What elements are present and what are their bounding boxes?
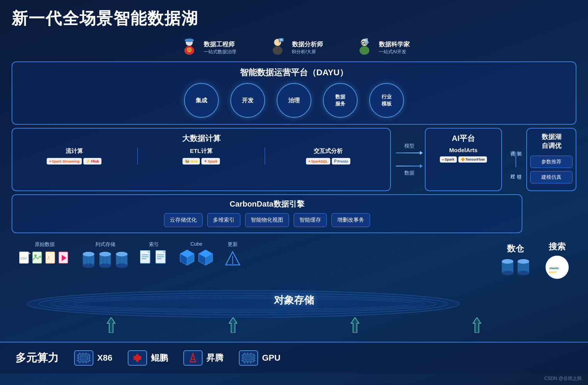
page-container: 新一代全场景智能数据湖 数据工程师 一站式数据治理 — [0, 0, 588, 385]
flink-logo: ⚡ Flink — [83, 158, 101, 165]
svg-marker-93 — [229, 317, 237, 333]
circle-industry-template: 行业模板 — [369, 83, 404, 118]
feat-materialized-view: 智能物化视图 — [245, 213, 289, 227]
carbondata-box: CarbonData数据引擎 云存储优化 多维索引 智能物化视图 智能缓存 增删… — [12, 194, 522, 233]
video-icon — [59, 250, 70, 264]
compute-shengteng: 昇腾 — [183, 350, 223, 366]
compute-interactive: 交互式分析 ● SparkSQL P Presto — [273, 148, 384, 165]
datacang-cylinder-1 — [501, 258, 514, 277]
svg-point-80 — [518, 259, 529, 264]
modelarts-name: ModelArts — [430, 147, 497, 153]
dayu-circles: 集成 开发 治理 数据服务 行业模板 — [20, 83, 568, 118]
ai-logos: ● Spark 🔶 TensorFlow — [430, 156, 497, 163]
arrow-2 — [225, 317, 241, 333]
svg-rect-118 — [245, 356, 252, 360]
column-storage-group: 列式存储 — [82, 241, 128, 270]
compute-kunpeng: 鲲鹏 — [128, 350, 168, 366]
cube-icons — [179, 249, 213, 266]
svg-rect-10 — [279, 38, 284, 42]
feat-cloud-storage: 云存储优化 — [164, 213, 203, 227]
middle-row: 大数据计算 流计算 ● Spark Streaming ⚡ Flink — [12, 128, 576, 191]
svg-point-34 — [83, 252, 95, 256]
datacang-label: 数仓 — [507, 243, 524, 254]
ai-title: AI平台 — [430, 133, 497, 144]
analyst-icon — [267, 37, 288, 58]
search-label: 搜索 — [549, 241, 566, 253]
compute-main-label: 多元算力 — [15, 351, 59, 365]
cylinder-1 — [82, 250, 95, 270]
model-simulate: 建模仿真 — [530, 171, 573, 183]
cube-group: Cube — [179, 241, 213, 266]
compute-stream: 流计算 ● Spark Streaming ⚡ Flink — [19, 148, 130, 165]
cube-icon-1 — [179, 249, 195, 266]
ai-spark-logo: ● Spark — [440, 156, 457, 163]
object-store-container: 对象存储 — [12, 283, 576, 317]
data-arrow: 数据 — [396, 164, 423, 176]
index-file-1 — [140, 250, 152, 266]
hive-logo: 🐝 Hive — [182, 158, 200, 165]
index-group: 索引 — [140, 241, 168, 266]
datacang-cylinder-2 — [517, 258, 530, 277]
column-storage-label: 列式存储 — [95, 241, 115, 248]
arrow-1 — [103, 317, 119, 333]
dayu-title: 智能数据运营平台（DAYU） — [20, 67, 568, 78]
svg-point-89 — [27, 290, 459, 317]
bigdata-title: 大数据计算 — [19, 133, 384, 144]
sparksql-logo: ● SparkSQL — [306, 158, 330, 165]
svg-text:♪: ♪ — [47, 254, 50, 261]
bigdata-box: 大数据计算 流计算 ● Spark Streaming ⚡ Flink — [12, 128, 391, 191]
img-icon — [32, 250, 44, 264]
svg-text:search: search — [549, 271, 557, 273]
shengteng-icon — [183, 350, 203, 366]
carbon-features: 云存储优化 多维索引 智能物化视图 智能缓存 增删改事务 — [20, 213, 514, 227]
self-opt-box: 数据湖自调优 参数推荐 建模仿真 — [526, 128, 576, 191]
persona-scientist: 数据科学家 一站式AI开发 — [354, 37, 410, 58]
arrow-3 — [347, 317, 363, 333]
model-arrow: 模型 — [396, 142, 423, 155]
storage-compute-arrows — [12, 316, 576, 334]
ai-box: AI平台 ModelArts ● Spark 🔶 TensorFlow — [425, 128, 502, 191]
circle-data-service: 数据服务 — [323, 83, 358, 118]
engineer-icon — [179, 37, 200, 58]
kunpeng-icon — [128, 350, 147, 366]
circle-governance: 治理 — [277, 83, 311, 118]
svg-point-75 — [502, 271, 514, 275]
raw-data-group: 原始数据 CSV — [19, 241, 70, 264]
svg-rect-99 — [80, 356, 88, 360]
persona-engineer: 数据工程师 一站式数据治理 — [179, 37, 236, 58]
update-group: 更新 — [225, 241, 240, 267]
storage-top: 原始数据 CSV — [12, 237, 576, 279]
page-title: 新一代全场景智能数据湖 — [0, 0, 588, 33]
svg-point-48 — [116, 252, 128, 256]
svg-rect-16 — [362, 46, 367, 48]
compute-cols: 流计算 ● Spark Streaming ⚡ Flink — [19, 148, 384, 165]
svg-point-76 — [502, 259, 514, 264]
svg-marker-91 — [107, 317, 115, 333]
circle-develop: 开发 — [230, 83, 265, 118]
svg-marker-95 — [351, 317, 359, 333]
elasticsearch-logo: elastic search — [546, 256, 569, 279]
svg-marker-97 — [473, 317, 481, 333]
persona-analyst-text: 数据分析师 BI分析/大屏 — [292, 41, 323, 55]
interactive-logos: ● SparkSQL P Presto — [273, 158, 384, 165]
watermark: CSDN @谷雨之阵 — [544, 375, 582, 382]
svg-text:elastic: elastic — [549, 266, 559, 270]
svg-rect-6 — [186, 40, 193, 42]
self-opt-title: 数据湖自调优 — [530, 132, 573, 150]
svg-text:CSV: CSV — [20, 257, 27, 260]
audio-icon: ♪ — [46, 250, 57, 264]
spark-logo: ✦ Spark — [201, 158, 220, 165]
gpu-icon — [239, 350, 258, 366]
svg-point-21 — [364, 41, 368, 44]
tuiyou-column: 调优知识 过程特征 — [505, 128, 526, 191]
svg-rect-25 — [32, 252, 42, 263]
carbon-title: CarbonData数据引擎 — [20, 199, 514, 209]
persona-analyst: 数据分析师 BI分析/大屏 — [267, 37, 323, 58]
arrow-4 — [469, 317, 485, 333]
etl-logos: 🐝 Hive ✦ Spark — [145, 158, 257, 165]
datacang-box: 数仓 — [501, 243, 530, 277]
feat-multi-index: 多维索引 — [207, 213, 240, 227]
svg-point-72 — [232, 262, 233, 264]
search-box: 搜索 elastic search — [546, 241, 569, 279]
svg-rect-9 — [275, 46, 280, 48]
